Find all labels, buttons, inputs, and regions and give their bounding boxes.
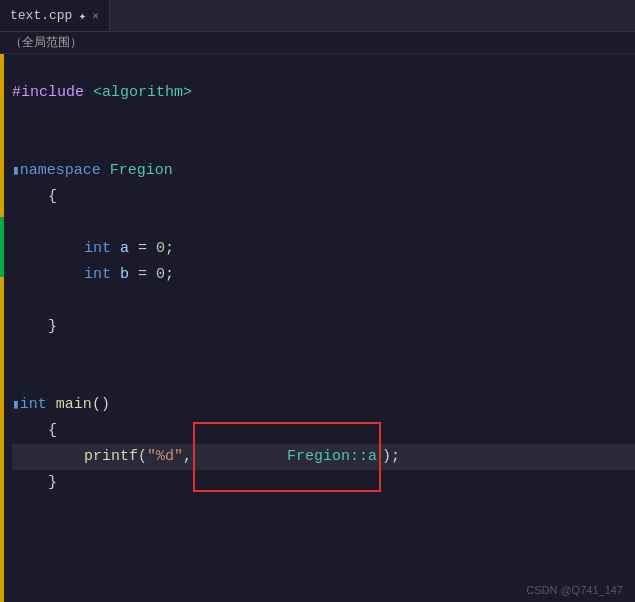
line-4 — [12, 132, 635, 158]
line-include: #include <algorithm> — [12, 80, 635, 106]
watermark: CSDN @Q741_147 — [526, 584, 623, 596]
line-brace-open-ns: { — [12, 184, 635, 210]
val-a: 0 — [156, 236, 165, 262]
collapse-icon-main[interactable]: ▮ — [12, 392, 20, 418]
int-keyword-a: int — [84, 236, 111, 262]
editor-body: #include <algorithm> ▮ namespace Fregion… — [0, 54, 635, 602]
line-brace-close-ns: } — [12, 314, 635, 340]
editor-container: text.cpp ✦ ✕ （全局范围） #include <algorithm> — [0, 0, 635, 602]
open-brace-main: { — [48, 418, 57, 444]
line-3 — [12, 106, 635, 132]
line-printf: printf ( "%d" , Fregion::a ); — [12, 444, 635, 470]
code-area: #include <algorithm> ▮ namespace Fregion… — [4, 54, 635, 602]
breadcrumb: （全局范围） — [0, 32, 635, 54]
breadcrumb-text: （全局范围） — [10, 34, 82, 51]
printf-func: printf — [84, 444, 138, 470]
namespace-name: Fregion — [110, 158, 173, 184]
file-tab[interactable]: text.cpp ✦ ✕ — [0, 0, 110, 31]
collapse-icon-namespace[interactable]: ▮ — [12, 158, 20, 184]
line-1 — [12, 54, 635, 80]
main-func-name: main — [56, 392, 92, 418]
line-main-decl: ▮ int main () — [12, 392, 635, 418]
open-brace-ns: { — [48, 184, 57, 210]
line-12 — [12, 340, 635, 366]
var-b: b — [120, 262, 129, 288]
close-brace-main: } — [48, 470, 57, 496]
line-10 — [12, 288, 635, 314]
line-7 — [12, 210, 635, 236]
tab-filename: text.cpp — [10, 8, 72, 23]
line-var-a: int a = 0 ; — [12, 236, 635, 262]
int-keyword-b: int — [84, 262, 111, 288]
line-13 — [12, 366, 635, 392]
var-a: a — [120, 236, 129, 262]
tab-bar: text.cpp ✦ ✕ — [0, 0, 635, 32]
line-namespace: ▮ namespace Fregion — [12, 158, 635, 184]
include-keyword: #include — [12, 80, 84, 106]
int-keyword-main: int — [20, 392, 47, 418]
close-brace-ns: } — [48, 314, 57, 340]
tab-close-button[interactable]: ✕ — [92, 9, 99, 22]
line-brace-close-main: } — [12, 470, 635, 496]
fregion-ref: Fregion::a — [287, 448, 377, 465]
namespace-keyword: namespace — [20, 158, 101, 184]
line-var-b: int b = 0 ; — [12, 262, 635, 288]
format-string: "%d" — [147, 444, 183, 470]
tab-modified-dot: ✦ — [78, 8, 86, 24]
include-header: <algorithm> — [93, 80, 192, 106]
val-b: 0 — [156, 262, 165, 288]
